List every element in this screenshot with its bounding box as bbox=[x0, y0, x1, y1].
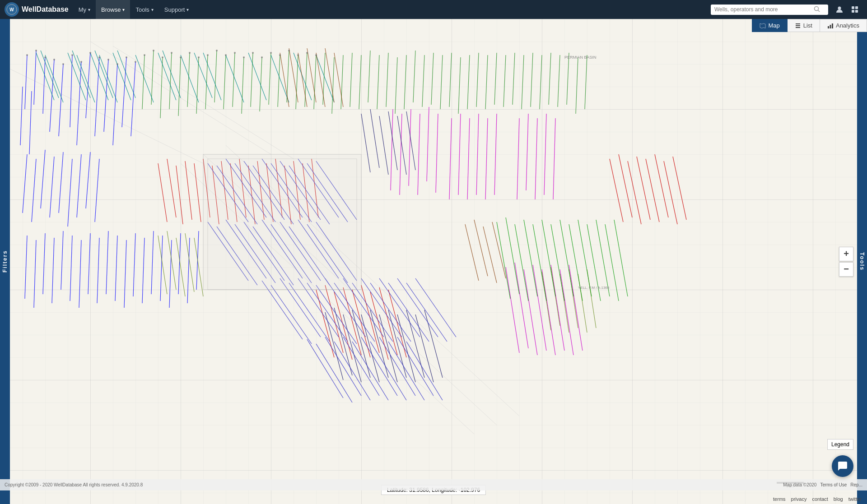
tab-list[interactable]: List bbox=[788, 19, 820, 32]
svg-point-313 bbox=[53, 59, 55, 60]
svg-point-322 bbox=[135, 61, 136, 63]
footer-privacy-link[interactable]: privacy bbox=[791, 496, 807, 502]
nav-tools[interactable]: Tools ▾ bbox=[130, 0, 158, 19]
terms-link[interactable]: Terms of Use bbox=[820, 482, 847, 487]
logo-area[interactable]: W WellDatabase bbox=[5, 2, 69, 17]
chat-bubble-button[interactable] bbox=[832, 455, 853, 477]
svg-rect-8 bbox=[855, 10, 858, 13]
svg-point-338 bbox=[279, 54, 281, 56]
svg-point-330 bbox=[207, 54, 209, 56]
tools-caret: ▾ bbox=[151, 7, 154, 12]
svg-point-333 bbox=[234, 52, 236, 54]
zoom-out-button[interactable]: − bbox=[839, 262, 853, 277]
footer-twitter-link[interactable]: twitter bbox=[848, 496, 862, 502]
svg-point-337 bbox=[270, 52, 272, 54]
svg-rect-5 bbox=[852, 6, 854, 9]
footer-contact-link[interactable]: contact bbox=[812, 496, 828, 502]
map-icon bbox=[760, 23, 766, 29]
svg-point-327 bbox=[180, 56, 182, 58]
search-button[interactable] bbox=[814, 6, 820, 14]
report-link[interactable]: Rep... bbox=[850, 482, 862, 487]
svg-rect-7 bbox=[852, 10, 854, 13]
map-controls: + − bbox=[839, 247, 853, 277]
svg-point-332 bbox=[225, 54, 227, 56]
browse-caret: ▾ bbox=[122, 7, 125, 12]
nav-browse[interactable]: Browse ▾ bbox=[96, 0, 130, 19]
footer-terms-link[interactable]: terms bbox=[773, 496, 786, 502]
map-svg: PERMIAN BASIN YELL. P.M / A-1368 bbox=[0, 19, 867, 504]
svg-text:YELL. P.M / A-1368: YELL. P.M / A-1368 bbox=[578, 286, 610, 290]
tab-map[interactable]: Map bbox=[752, 19, 787, 32]
svg-point-341 bbox=[306, 52, 308, 54]
svg-point-323 bbox=[144, 54, 145, 56]
filters-label: Filters bbox=[2, 250, 8, 273]
support-caret: ▾ bbox=[186, 7, 189, 12]
map-canvas[interactable]: PERMIAN BASIN YELL. P.M / A-1368 Filters… bbox=[0, 19, 867, 504]
filters-panel[interactable]: Filters bbox=[0, 19, 10, 504]
svg-point-316 bbox=[80, 61, 82, 63]
svg-rect-13 bbox=[830, 25, 831, 28]
svg-point-339 bbox=[288, 50, 290, 51]
svg-text:W: W bbox=[9, 7, 14, 12]
svg-point-310 bbox=[26, 54, 28, 56]
svg-rect-14 bbox=[832, 23, 833, 28]
svg-rect-6 bbox=[855, 6, 858, 9]
tools-label: Tools bbox=[859, 252, 865, 271]
user-icon-button[interactable] bbox=[832, 0, 847, 19]
svg-rect-344 bbox=[208, 159, 357, 290]
search-input[interactable] bbox=[714, 6, 814, 13]
svg-point-319 bbox=[107, 59, 109, 60]
svg-point-331 bbox=[216, 50, 218, 51]
search-box[interactable] bbox=[711, 5, 828, 15]
svg-point-4 bbox=[838, 7, 841, 10]
svg-point-342 bbox=[315, 54, 317, 56]
view-tabs: Map List Analytics bbox=[752, 19, 867, 32]
tools-panel[interactable]: Tools bbox=[857, 19, 867, 504]
svg-rect-11 bbox=[796, 27, 800, 28]
svg-rect-9 bbox=[796, 23, 800, 24]
svg-point-340 bbox=[297, 54, 299, 56]
map-container[interactable]: PERMIAN BASIN YELL. P.M / A-1368 Filters… bbox=[0, 19, 867, 504]
svg-point-324 bbox=[153, 50, 154, 51]
svg-point-335 bbox=[252, 52, 254, 54]
svg-point-325 bbox=[162, 56, 163, 58]
svg-rect-17 bbox=[0, 19, 867, 504]
copyright-bar: Copyright ©2009 - 2020 WellDatabase All … bbox=[0, 479, 867, 490]
svg-point-321 bbox=[126, 56, 127, 58]
my-caret: ▾ bbox=[88, 7, 90, 12]
expand-icon-button[interactable] bbox=[847, 0, 862, 19]
svg-text:PERMIAN BASIN: PERMIAN BASIN bbox=[564, 55, 597, 60]
svg-point-318 bbox=[98, 56, 100, 58]
svg-rect-12 bbox=[828, 26, 829, 28]
svg-point-334 bbox=[243, 56, 245, 58]
list-icon bbox=[795, 23, 801, 29]
svg-point-2 bbox=[815, 6, 819, 10]
svg-point-328 bbox=[189, 52, 191, 54]
legend-button[interactable]: Legend bbox=[827, 439, 853, 450]
navbar: W WellDatabase My ▾ Browse ▾ Tools ▾ Sup… bbox=[0, 0, 867, 19]
tab-analytics[interactable]: Analytics bbox=[820, 19, 867, 32]
svg-point-311 bbox=[35, 50, 37, 51]
svg-point-317 bbox=[89, 52, 91, 54]
map-data-info: Map data ©2020 bbox=[783, 482, 816, 487]
svg-point-336 bbox=[261, 56, 263, 58]
footer-links: terms privacy contact blog twitter bbox=[768, 494, 867, 504]
svg-point-329 bbox=[198, 56, 200, 58]
footer-blog-link[interactable]: blog bbox=[834, 496, 843, 502]
zoom-in-button[interactable]: + bbox=[839, 247, 853, 261]
svg-line-3 bbox=[818, 10, 820, 12]
svg-point-320 bbox=[117, 63, 118, 65]
svg-rect-10 bbox=[796, 25, 800, 26]
svg-point-312 bbox=[44, 56, 46, 58]
nav-my[interactable]: My ▾ bbox=[73, 0, 96, 19]
app-name: WellDatabase bbox=[22, 5, 69, 14]
svg-point-315 bbox=[71, 54, 73, 56]
logo-icon: W bbox=[5, 2, 19, 17]
chat-icon bbox=[837, 461, 848, 472]
nav-support[interactable]: Support ▾ bbox=[159, 0, 195, 19]
analytics-icon bbox=[827, 23, 834, 29]
svg-point-326 bbox=[171, 52, 172, 54]
svg-point-314 bbox=[62, 63, 64, 65]
